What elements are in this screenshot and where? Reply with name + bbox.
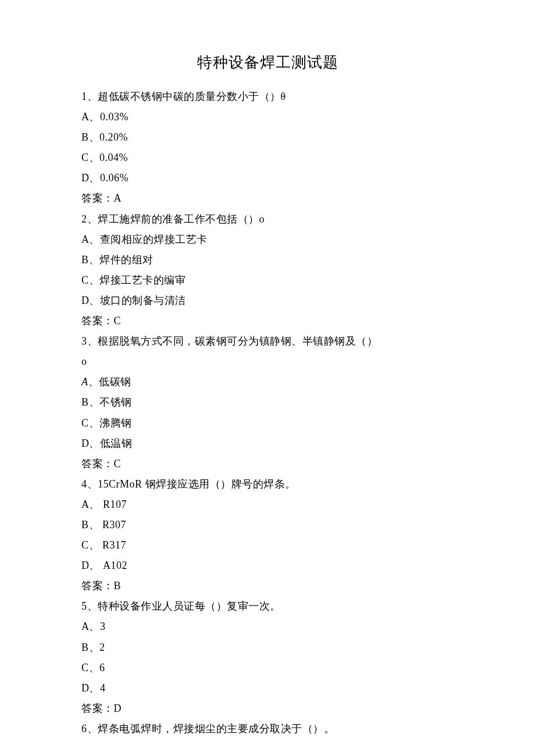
question-option: D、 A102	[81, 556, 454, 576]
question-stem-cont: o	[81, 352, 454, 372]
question-option: C、焊接工艺卡的编审	[81, 270, 454, 291]
question-option: D、4	[81, 678, 454, 698]
question-option: B、不锈钢	[81, 392, 454, 413]
question-stem: 5、特种设备作业人员证每（）复审一次。	[81, 596, 454, 617]
question-answer: 答案：C	[81, 311, 454, 331]
document-title: 特种设备焊工测试题	[81, 52, 454, 73]
question-stem: 4、15CrMoR 钢焊接应选用（）牌号的焊条。	[81, 474, 454, 495]
question-option: A、低碳钢	[81, 372, 454, 392]
question-option: D、低温钢	[81, 433, 454, 454]
question-option: B、0.20%	[81, 127, 454, 148]
option-label-italic: A	[81, 376, 88, 388]
question-option: B、2	[81, 637, 454, 658]
option-rest: 、低碳钢	[88, 376, 131, 388]
question-option: A、0.03%	[81, 107, 454, 127]
question-option: B、 R307	[81, 515, 454, 535]
question-answer: 答案：D	[81, 698, 454, 719]
question-option: C、0.04%	[81, 148, 454, 168]
question-stem: 2、焊工施焊前的准备工作不包括（）o	[81, 209, 454, 230]
question-option: A、查阅相应的焊接工艺卡	[81, 230, 454, 250]
question-option: A、3	[81, 617, 454, 637]
question-stem: 1、超低碳不锈钢中碳的质量分数小于（）θ	[81, 87, 454, 107]
question-answer: 答案：A	[81, 188, 454, 209]
question-option: C、6	[81, 658, 454, 678]
document-page: 特种设备焊工测试题 1、超低碳不锈钢中碳的质量分数小于（）θ A、0.03% B…	[0, 0, 535, 756]
question-answer: 答案：C	[81, 454, 454, 474]
question-stem: 6、焊条电弧焊时，焊接烟尘的主要成分取决于（）。	[81, 719, 454, 739]
question-answer: 答案：B	[81, 576, 454, 596]
question-option: A、 R107	[81, 495, 454, 515]
question-stem: 3、根据脱氧方式不同，碳素钢可分为镇静钢、半镇静钢及（）	[81, 331, 454, 352]
question-option: C、 R317	[81, 535, 454, 556]
question-option: B、焊件的组对	[81, 250, 454, 270]
question-option: D、0.06%	[81, 168, 454, 188]
question-option: D、坡口的制备与清洁	[81, 291, 454, 311]
question-option: C、沸腾钢	[81, 413, 454, 433]
